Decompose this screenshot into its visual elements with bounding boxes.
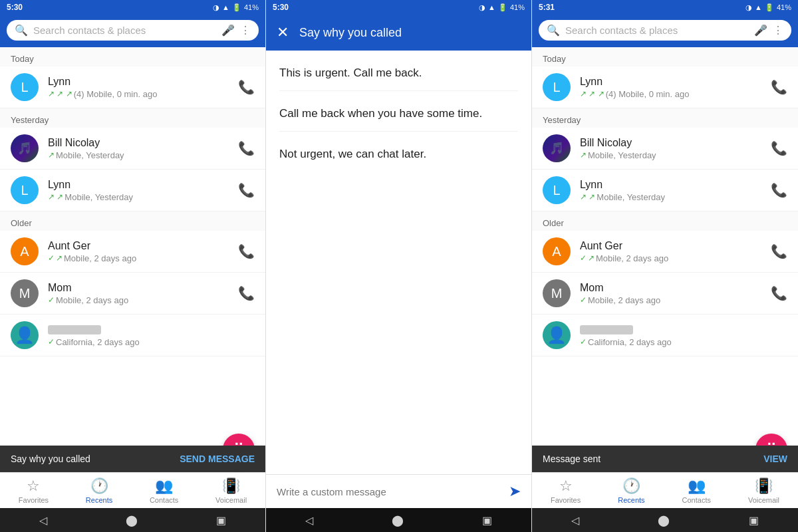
contact-detail-unknown-3: ✓ California, 2 days ago <box>580 337 787 347</box>
contact-info-bill-3: Bill Nicolay ↗ Mobile, Yesterday <box>580 137 771 160</box>
avatar-bill-3: 🎵 <box>543 134 571 162</box>
contact-mom-3[interactable]: M Mom ✓ Mobile, 2 days ago 📞 <box>532 273 798 315</box>
more-icon-3[interactable]: ⋮ <box>773 24 783 37</box>
search-container-1[interactable]: 🔍 Search contacts & places 🎤 ⋮ <box>7 20 259 41</box>
section-older-1: Older <box>0 211 265 231</box>
contact-name-mom-3: Mom <box>580 282 771 294</box>
avatar-lynn-today: L <box>11 73 39 101</box>
nav-label-favorites-1: Favorites <box>19 496 49 504</box>
nav-recents-3[interactable]: 🕐 Recents <box>618 477 644 504</box>
close-icon[interactable]: ✕ <box>277 24 289 41</box>
mic-icon-1[interactable]: 🎤 <box>221 24 235 37</box>
contacts-icon-1: 👥 <box>155 477 173 495</box>
contact-name-aunt-ger: Aunt Ger <box>48 240 238 252</box>
say-why-header: ✕ Say why you called <box>266 15 531 51</box>
call-icon-bill-3[interactable]: 📞 <box>771 140 787 156</box>
back-btn-1[interactable]: ◁ <box>39 514 47 527</box>
search-container-3[interactable]: 🔍 Search contacts & places 🎤 ⋮ <box>539 20 791 41</box>
contact-aunt-ger-3[interactable]: A Aunt Ger ✓ ↗ Mobile, 2 days ago 📞 <box>532 231 798 273</box>
check-icon-unknown: ✓ <box>48 337 55 346</box>
contact-aunt-ger[interactable]: A Aunt Ger ✓ ↗ Mobile, 2 days ago 📞 <box>0 231 265 273</box>
nav-recents-1[interactable]: 🕐 Recents <box>86 477 112 504</box>
contact-unknown-3[interactable]: 👤 ✓ California, 2 days ago <box>532 315 798 356</box>
recent-btn-2[interactable]: ▣ <box>482 514 492 527</box>
contact-bill-3[interactable]: 🎵 Bill Nicolay ↗ Mobile, Yesterday 📞 <box>532 128 798 170</box>
mic-icon-3[interactable]: 🎤 <box>754 24 767 37</box>
nav-contacts-1[interactable]: 👥 Contacts <box>150 477 178 504</box>
home-btn-1[interactable]: ⬤ <box>126 514 138 527</box>
panel-3: 5:31 ◑ ▲ 🔋 41% 🔍 Search contacts & place… <box>532 0 798 532</box>
search-icon-1: 🔍 <box>15 24 28 37</box>
recent-btn-3[interactable]: ▣ <box>749 514 759 527</box>
snackbar-3: Message sent VIEW <box>532 446 798 472</box>
contact-detail-aunt-ger: ✓ ↗ Mobile, 2 days ago <box>48 253 238 263</box>
back-btn-3[interactable]: ◁ <box>571 514 579 527</box>
arrow-icon-3: ↗ ↗ ↗ <box>580 89 604 98</box>
search-placeholder-1: Search contacts & places <box>33 25 216 36</box>
search-bar-1: 🔍 Search contacts & places 🎤 ⋮ <box>0 15 265 47</box>
recent-btn-1[interactable]: ▣ <box>216 514 226 527</box>
nav-favorites-3[interactable]: ☆ Favorites <box>551 477 581 504</box>
arrow-icon-lynn-y-3: ↗ ↗ <box>580 192 595 201</box>
snackbar-action-1[interactable]: SEND MESSAGE <box>180 454 255 464</box>
battery-icon: 🔋 <box>232 3 241 12</box>
contact-name-unknown <box>48 324 255 336</box>
contact-mom[interactable]: M Mom ✓ Mobile, 2 days ago 📞 <box>0 273 265 315</box>
contact-bill[interactable]: 🎵 Bill Nicolay ↗ Mobile, Yesterday 📞 <box>0 128 265 170</box>
battery-percent-1: 41% <box>244 3 259 11</box>
snackbar-action-3[interactable]: VIEW <box>763 454 787 464</box>
nav-contacts-3[interactable]: 👥 Contacts <box>682 477 711 504</box>
call-icon-lynn-y[interactable]: 📞 <box>238 182 255 198</box>
contact-detail-lynn-yesterday: ↗ ↗ Mobile, Yesterday <box>48 192 238 202</box>
signal-icon-2: ◑ <box>479 3 485 12</box>
status-icons-3: ◑ ▲ 🔋 41% <box>745 3 791 12</box>
call-icon-mom[interactable]: 📞 <box>238 285 255 301</box>
contact-lynn-yesterday[interactable]: L Lynn ↗ ↗ Mobile, Yesterday 📞 <box>0 170 265 211</box>
message-option-1[interactable]: This is urgent. Call me back. <box>279 64 518 91</box>
avatar-lynn-yesterday-3: L <box>543 176 571 204</box>
check-icon-aunt: ✓ <box>48 253 55 263</box>
recents-icon-1: 🕐 <box>90 477 108 495</box>
call-icon-aunt-ger-3[interactable]: 📞 <box>771 243 787 259</box>
call-icon-lynn-y-3[interactable]: 📞 <box>771 182 787 198</box>
contact-name-lynn-today: Lynn <box>48 76 238 88</box>
contact-name-bill-3: Bill Nicolay <box>580 137 771 149</box>
home-btn-2[interactable]: ⬤ <box>392 514 404 527</box>
nav-voicemail-1[interactable]: 📳 Voicemail <box>215 477 247 504</box>
avatar-unknown-3: 👤 <box>543 321 571 349</box>
contact-unknown[interactable]: 👤 ✓ California, 2 days ago <box>0 315 265 356</box>
contact-name-mom: Mom <box>48 282 238 294</box>
nav-favorites-1[interactable]: ☆ Favorites <box>19 477 49 504</box>
arrow-icon-aunt-3: ↗ <box>588 253 595 263</box>
snackbar-text-1: Say why you called <box>11 454 90 464</box>
send-icon[interactable]: ➤ <box>509 483 521 500</box>
message-option-2[interactable]: Call me back when you have some time. <box>279 104 518 132</box>
avatar-mom: M <box>11 279 39 307</box>
status-bar-1: 5:30 ◑ ▲ 🔋 41% <box>0 0 265 15</box>
contact-name-lynn-today-3: Lynn <box>580 76 771 88</box>
battery-percent-3: 41% <box>777 3 791 11</box>
call-icon-lynn-today[interactable]: 📞 <box>238 79 255 95</box>
more-icon-1[interactable]: ⋮ <box>240 24 251 37</box>
nav-label-recents-1: Recents <box>86 496 112 504</box>
arrow-icon-aunt: ↗ <box>56 253 63 263</box>
blurred-name-unknown-3 <box>580 325 633 334</box>
custom-message-input[interactable] <box>277 486 502 497</box>
call-icon-bill[interactable]: 📞 <box>238 140 255 156</box>
contact-lynn-today-3[interactable]: L Lynn ↗ ↗ ↗ (4) Mobile, 0 min. ago 📞 <box>532 66 798 108</box>
home-btn-3[interactable]: ⬤ <box>658 514 670 527</box>
contact-name-unknown-3 <box>580 324 787 336</box>
contact-lynn-yesterday-3[interactable]: L Lynn ↗ ↗ Mobile, Yesterday 📞 <box>532 170 798 211</box>
message-option-3[interactable]: Not urgent, we can chat later. <box>279 145 518 172</box>
call-icon-mom-3[interactable]: 📞 <box>771 285 787 301</box>
section-yesterday-1: Yesterday <box>0 108 265 128</box>
back-btn-2[interactable]: ◁ <box>305 514 313 527</box>
system-nav-1: ◁ ⬤ ▣ <box>0 508 265 532</box>
snackbar-text-3: Message sent <box>543 454 600 464</box>
contact-lynn-today[interactable]: L Lynn ↗ ↗ ↗ (4) Mobile, 0 min. ago 📞 <box>0 66 265 108</box>
call-icon-aunt-ger[interactable]: 📞 <box>238 243 255 259</box>
nav-voicemail-3[interactable]: 📳 Voicemail <box>748 477 779 504</box>
contacts-icon-3: 👥 <box>688 477 706 495</box>
call-icon-lynn-today-3[interactable]: 📞 <box>771 79 787 95</box>
contact-detail-lynn-today-3: ↗ ↗ ↗ (4) Mobile, 0 min. ago <box>580 89 771 99</box>
